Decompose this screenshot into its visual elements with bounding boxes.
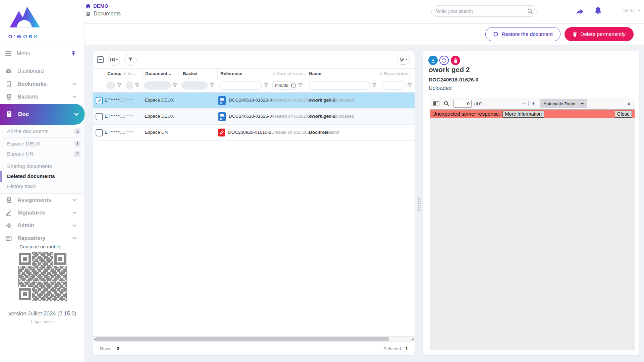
panel-resize-handle[interactable]: [417, 197, 421, 211]
select-all-checkbox[interactable]: [97, 56, 104, 63]
gauge-icon: [5, 68, 12, 74]
download-button[interactable]: [428, 56, 438, 65]
submenu-label: History track: [7, 183, 36, 189]
funnel-icon[interactable]: [372, 83, 376, 87]
home-icon: [86, 4, 91, 8]
sidebar-item-all-documents[interactable]: All the documents 3: [0, 126, 85, 136]
qr-code: [18, 252, 67, 301]
page-number-input[interactable]: [453, 100, 472, 108]
funnel-icon[interactable]: [135, 83, 139, 87]
columns-button[interactable]: [108, 54, 120, 66]
name-sub-value: Victor: [329, 130, 340, 135]
bookmark-icon: [5, 81, 12, 87]
table-header-row: Company In... Document... Basket Referen…: [93, 68, 415, 78]
funnel-icon[interactable]: [298, 83, 303, 87]
funnel-icon[interactable]: [264, 83, 268, 87]
sidebar-toggle-icon[interactable]: [433, 101, 439, 106]
logo-text: O'WORK: [4, 34, 44, 39]
more-information-button[interactable]: More Information: [502, 111, 544, 118]
basket-filter-input[interactable]: [181, 81, 208, 89]
column-header-reference[interactable]: Reference: [217, 69, 270, 78]
share-icon[interactable]: [575, 7, 584, 16]
legal-notice-link[interactable]: Legal notice: [0, 319, 85, 324]
name-filter-input[interactable]: [309, 81, 370, 90]
table-row[interactable]: ET*****CE***** Espace UN DOC230926-01610…: [93, 125, 415, 141]
trash-button[interactable]: [451, 56, 460, 65]
sidebar-item-signatures[interactable]: Signatures: [0, 206, 85, 219]
column-header-date[interactable]: Date of crea...: [270, 69, 306, 78]
funnel-icon[interactable]: [117, 83, 121, 87]
sidebar-item-espace-deux[interactable]: Espace DEUX 1: [0, 139, 85, 149]
pdf-search-icon[interactable]: [444, 101, 449, 106]
reference-filter-input[interactable]: [219, 81, 262, 90]
global-search: [431, 5, 538, 17]
user-menu[interactable]: GED: [623, 7, 641, 13]
caret-down-icon: [638, 10, 641, 11]
sidebar-item-repository[interactable]: Repository: [0, 232, 85, 245]
breadcrumb-root[interactable]: DEMO: [93, 3, 108, 9]
restore-button-label: Restore the document: [501, 31, 553, 37]
trash-icon: [573, 32, 577, 37]
sidebar-item-bookmarks[interactable]: Bookmarks: [0, 78, 85, 90]
company-sub-value: CE*****: [119, 130, 134, 135]
document-type-value: Espace DEUX: [145, 98, 174, 103]
close-error-button[interactable]: Close: [615, 111, 632, 118]
more-tools-icon[interactable]: »: [628, 101, 631, 107]
table-settings-button[interactable]: [396, 55, 410, 65]
row-checkbox-checked[interactable]: [96, 97, 103, 104]
restore-document-button[interactable]: Restore the document: [485, 27, 560, 41]
document-filter-input[interactable]: [144, 81, 171, 89]
expand-column-icon[interactable]: [380, 72, 382, 75]
hamburger-icon[interactable]: [5, 50, 11, 57]
sidebar-item-sharing-documents[interactable]: Sharing documents: [0, 161, 85, 171]
in-filter-input[interactable]: [126, 81, 133, 89]
sidebar-menu-header[interactable]: Menu: [0, 45, 85, 62]
sidebar-item-admin[interactable]: Admin: [0, 219, 85, 232]
sidebar-item-doc-active[interactable]: Doc: [0, 104, 85, 125]
column-header-name[interactable]: Name: [306, 69, 378, 78]
column-header-document[interactable]: Document...: [142, 69, 180, 78]
date-filter-input[interactable]: mm/dd.: [272, 81, 296, 90]
delete-permanently-button[interactable]: Delete permanently: [565, 27, 634, 41]
zoom-select[interactable]: Automatic Zoom: [540, 99, 587, 108]
horizontal-scrollbar[interactable]: ◂ ▸: [93, 336, 415, 342]
row-checkbox[interactable]: [96, 129, 103, 136]
sidebar-item-deleted-documents[interactable]: Deleted documents: [0, 171, 85, 181]
pin-icon[interactable]: [71, 51, 76, 57]
expand-column-icon[interactable]: [273, 72, 275, 75]
scrollbar-thumb[interactable]: [96, 337, 389, 341]
table-row[interactable]: ET*****CE***** Espace DEUX w DOC240618-0…: [93, 93, 415, 109]
description-filter-input[interactable]: [382, 81, 406, 90]
column-header-description[interactable]: Description: [378, 69, 415, 78]
zoom-out-button[interactable]: −: [522, 101, 526, 107]
sidebar-item-assignments[interactable]: Assignments: [0, 194, 85, 206]
divider: [528, 101, 529, 106]
company-filter-input[interactable]: [106, 81, 115, 89]
pdf-error-bar: Unexpected server response. More Informa…: [430, 110, 635, 118]
column-header-in[interactable]: In...: [121, 69, 142, 78]
funnel-icon[interactable]: [173, 83, 177, 87]
search-icon[interactable]: [527, 8, 533, 14]
zoom-in-button[interactable]: +: [531, 101, 535, 107]
bell-icon[interactable]: [594, 6, 602, 15]
calendar-icon[interactable]: [291, 83, 296, 87]
sidebar-item-baskets[interactable]: Baskets: [0, 90, 85, 103]
funnel-icon[interactable]: [210, 83, 214, 87]
search-input[interactable]: [436, 8, 527, 14]
restore-button[interactable]: [439, 56, 449, 65]
row-checkbox[interactable]: [96, 113, 103, 120]
signature-pen-icon: [5, 209, 12, 216]
expand-column-icon[interactable]: [124, 72, 126, 75]
sidebar-item-history-track[interactable]: History track: [0, 181, 85, 191]
column-header-basket[interactable]: Basket: [180, 69, 217, 78]
column-header-company[interactable]: Company: [105, 69, 121, 78]
table-row[interactable]: ET*****CE***** Espace DEUX w DOC240618-0…: [93, 109, 415, 125]
filter-button[interactable]: [124, 54, 137, 66]
scroll-left-icon[interactable]: ◂: [94, 337, 96, 342]
sidebar-item-dashboard[interactable]: Dashboard: [0, 64, 85, 78]
funnel-icon[interactable]: [408, 83, 412, 87]
scroll-right-icon[interactable]: ▸: [412, 337, 414, 342]
pdf-viewer: of 0 − + Automatic Zoom » Unexpected ser…: [430, 98, 635, 350]
submenu-label: Sharing documents: [7, 163, 52, 169]
sidebar-item-espace-un[interactable]: Espace UN 2: [0, 149, 85, 159]
